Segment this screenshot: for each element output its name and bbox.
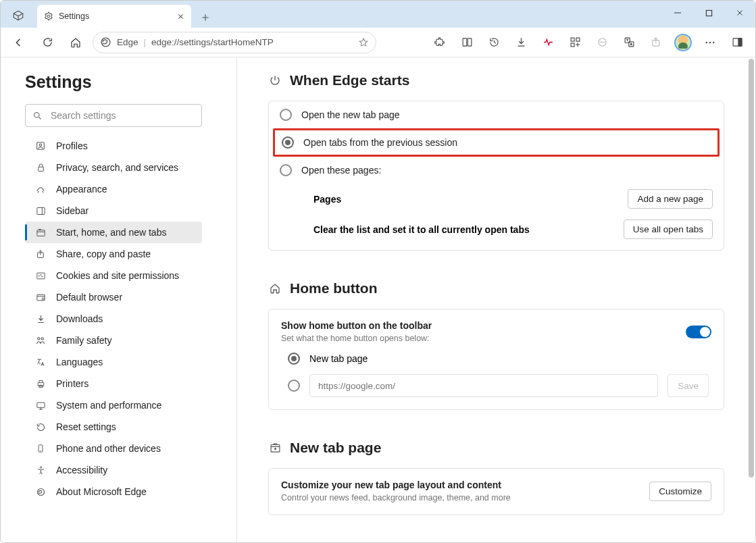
translate-icon[interactable] [618, 31, 640, 54]
system-icon [34, 399, 47, 411]
radio-icon [280, 109, 292, 121]
favorite-icon[interactable] [358, 37, 369, 48]
section-home-button: Home button [268, 280, 724, 296]
sidebar-item-label: Printers [56, 378, 89, 389]
sidebar-item-label: Downloads [56, 313, 103, 324]
show-home-desc: Set what the home button opens below: [281, 334, 432, 343]
customize-row: Customize your new tab page layout and c… [281, 480, 711, 502]
reset-icon [34, 421, 47, 433]
search-input[interactable]: Search settings [25, 104, 202, 127]
sidebar-item-downloads[interactable]: Downloads [25, 308, 202, 330]
sidebar-item-accessibility[interactable]: Accessibility [25, 459, 202, 481]
settings-page: Settings Search settings Profiles Privac… [1, 57, 755, 543]
sidebar-item-reset[interactable]: Reset settings [25, 416, 202, 438]
sidebar-item-default[interactable]: Default browser [25, 286, 202, 308]
svg-rect-1 [706, 10, 711, 16]
sidebar-item-system[interactable]: System and performance [25, 394, 202, 416]
home-radio-newtab[interactable]: New tab page [281, 343, 711, 367]
share-icon [34, 248, 47, 260]
settings-sidebar: Settings Search settings Profiles Privac… [1, 57, 237, 543]
power-icon [268, 74, 282, 87]
sidebar-item-printers[interactable]: Printers [25, 373, 202, 394]
sidebar-item-label: About Microsoft Edge [56, 486, 147, 497]
browser-tab[interactable]: Settings [37, 5, 191, 28]
printer-icon [34, 378, 47, 390]
radio-icon [288, 380, 300, 392]
close-window-button[interactable] [724, 1, 755, 25]
downloads-icon[interactable] [509, 31, 532, 54]
customize-button[interactable]: Customize [649, 482, 711, 501]
sidebar-item-share[interactable]: Share, copy and paste [25, 243, 202, 265]
svg-point-19 [39, 144, 41, 146]
newtab-card: Customize your new tab page layout and c… [268, 468, 724, 515]
show-home-toggle[interactable] [686, 326, 711, 338]
home-url-input[interactable] [309, 374, 658, 397]
sidebar-item-sidebar[interactable]: Sidebar [25, 200, 202, 222]
svg-point-27 [41, 276, 42, 277]
panel-icon [34, 205, 47, 217]
apps-icon[interactable] [563, 31, 586, 54]
separator: | [144, 37, 147, 47]
maximize-button[interactable] [693, 1, 724, 25]
radio-icon [288, 353, 300, 365]
appearance-icon [34, 183, 47, 195]
svg-point-0 [47, 15, 50, 18]
share-icon[interactable] [645, 31, 667, 54]
close-tab-icon[interactable] [177, 13, 184, 20]
ie-mode-icon[interactable] [590, 31, 613, 54]
cookie-icon [34, 269, 47, 282]
page-title: Settings [25, 72, 224, 92]
svg-rect-16 [738, 38, 741, 46]
sidebar-item-start[interactable]: Start, home, and new tabs [25, 222, 202, 243]
sidebar-item-appearance[interactable]: Appearance [25, 178, 202, 200]
home-radio-url[interactable]: Save [281, 367, 711, 397]
customize-desc: Control your news feed, background image… [281, 493, 511, 502]
add-page-button[interactable]: Add a new page [628, 189, 713, 209]
performance-icon[interactable] [536, 31, 559, 54]
back-button[interactable] [7, 31, 30, 54]
profile-avatar[interactable] [672, 31, 695, 54]
radio-icon [280, 164, 292, 176]
svg-rect-24 [36, 273, 44, 279]
sidebar-item-privacy[interactable]: Privacy, search, and services [25, 157, 202, 178]
sidebar-item-label: Cookies and site permissions [56, 270, 179, 281]
family-icon [34, 334, 47, 346]
scrollbar-thumb[interactable] [749, 59, 754, 477]
radio-open-pages[interactable]: Open these pages: [269, 157, 724, 184]
svg-point-30 [38, 338, 40, 340]
radio-label: Open tabs from the previous session [303, 137, 457, 148]
search-icon [32, 111, 43, 121]
newtab-icon [268, 441, 282, 455]
radio-open-previous[interactable]: Open tabs from the previous session [275, 130, 717, 155]
profile-icon [34, 140, 47, 152]
sidebar-item-profiles[interactable]: Profiles [25, 135, 202, 157]
svg-rect-3 [463, 38, 467, 46]
history-icon[interactable] [482, 31, 505, 54]
accessibility-icon [34, 464, 47, 476]
sidebar-item-family[interactable]: Family safety [25, 330, 202, 351]
minimize-button[interactable] [662, 1, 693, 25]
extensions-icon[interactable] [428, 31, 451, 54]
svg-point-14 [713, 41, 714, 43]
sidebar-item-about[interactable]: About Microsoft Edge [25, 481, 202, 502]
more-icon[interactable] [699, 31, 722, 54]
section-heading: Home button [290, 280, 377, 296]
radio-open-newtab[interactable]: Open the new tab page [269, 101, 724, 128]
radio-label: New tab page [309, 353, 368, 364]
svg-rect-4 [468, 38, 472, 46]
window-titlebar: Settings [1, 1, 755, 28]
refresh-button[interactable] [36, 31, 59, 54]
sidebar-toggle-icon[interactable] [726, 31, 749, 54]
section-heading: New tab page [290, 440, 381, 456]
home-button[interactable] [64, 31, 87, 54]
split-screen-icon[interactable] [455, 31, 478, 54]
new-tab-button[interactable] [195, 7, 216, 28]
sidebar-item-languages[interactable]: Languages [25, 351, 202, 373]
use-all-tabs-button[interactable]: Use all open tabs [624, 219, 713, 239]
sidebar-item-cookies[interactable]: Cookies and site permissions [25, 265, 202, 286]
search-placeholder: Search settings [51, 110, 116, 121]
language-icon [34, 356, 47, 368]
address-bar[interactable]: Edge | edge://settings/startHomeNTP [93, 32, 376, 53]
sidebar-item-phone[interactable]: Phone and other devices [25, 438, 202, 459]
save-button[interactable]: Save [667, 374, 709, 397]
